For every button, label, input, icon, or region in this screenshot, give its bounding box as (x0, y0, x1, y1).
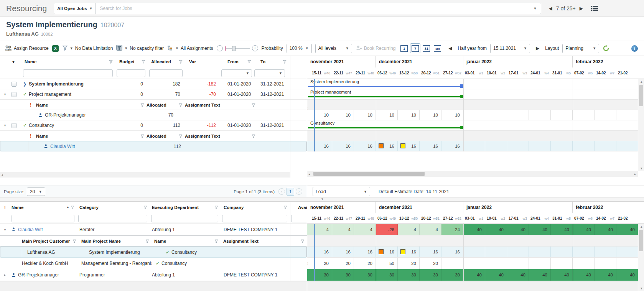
department-filter-input[interactable] (151, 215, 218, 222)
booking-cell[interactable] (616, 247, 638, 257)
search-dropdown-icon[interactable]: ▼ (530, 7, 541, 10)
zoom-slider-handle[interactable] (232, 46, 236, 51)
filter-icon[interactable] (109, 60, 113, 64)
prev-page-button[interactable]: ‹ (278, 188, 285, 195)
booking-cell[interactable] (463, 110, 485, 120)
booking-cell[interactable]: 16 (441, 141, 463, 151)
booking-cell[interactable] (485, 247, 507, 257)
assignment-row[interactable]: Heckler & Koch GmbHManagement Beratung -… (0, 258, 307, 269)
layout-select[interactable]: Planning▼ (562, 44, 599, 53)
name-filter-input[interactable] (23, 69, 113, 77)
category-filter-input[interactable] (78, 215, 147, 222)
view-365-button[interactable]: 365 (432, 43, 443, 53)
booking-cell[interactable]: 20 (354, 258, 376, 269)
booking-cell[interactable]: 10 (376, 110, 398, 120)
booking-cell[interactable]: 16 (398, 141, 420, 151)
gantt-hscrollbar[interactable]: ◂▸ (307, 171, 638, 177)
resource-assignment-row[interactable]: Claudia Witt112 (0, 141, 307, 151)
project-row[interactable]: ▾✓Consultancy0112-11201-01-202031-12-202… (0, 120, 307, 131)
filter-icon[interactable] (179, 60, 183, 64)
from-filter-select[interactable]: ▼ (221, 69, 252, 77)
booking-cell[interactable] (573, 141, 595, 151)
booking-cell[interactable] (507, 247, 529, 257)
company-filter-input[interactable] (222, 215, 287, 222)
filter-icon[interactable] (140, 103, 144, 107)
booking-cell[interactable]: 16 (332, 247, 354, 257)
row-expander-icon[interactable]: ▾ (0, 224, 10, 235)
booking-cell[interactable]: 16 (420, 247, 441, 257)
filter-icon[interactable] (247, 60, 251, 64)
resource-row[interactable]: ▸GR-ProjektmanagerProgrammerAbteilung 1D… (0, 269, 307, 281)
booking-cell[interactable]: 16 (398, 247, 420, 257)
row-expander-icon[interactable]: ▾ (0, 120, 10, 130)
scrollbar-thumb[interactable] (639, 230, 643, 251)
scrollbar-thumb[interactable] (639, 85, 643, 106)
booking-cell[interactable]: 16 (332, 141, 354, 151)
booking-cell[interactable]: 16 (354, 247, 376, 257)
filter-icon[interactable] (179, 103, 183, 107)
assignments-scope[interactable]: ▼ All Assignments (167, 45, 213, 52)
booking-cell[interactable] (463, 247, 485, 257)
filter-icon[interactable] (214, 239, 218, 243)
data-limitation-filter[interactable]: ▼ No Data Limitation (62, 45, 113, 52)
gantt-bar[interactable] (308, 86, 460, 87)
booking-cell[interactable] (507, 141, 529, 151)
period-forward-icon[interactable]: ▶ (534, 46, 542, 51)
gantt-vscrollbar[interactable]: ▴▾ (638, 224, 644, 291)
next-page-button[interactable]: › (296, 188, 302, 195)
next-job-button[interactable]: ▶ (577, 6, 585, 11)
filter-icon[interactable] (283, 206, 287, 209)
booking-cell[interactable]: 16 (376, 141, 398, 151)
booking-cell[interactable] (551, 110, 573, 120)
info-icon[interactable]: i (631, 45, 638, 52)
budget-filter-input[interactable] (117, 69, 145, 77)
resource-assignment-row[interactable]: GR-Projektmanager70 (0, 110, 307, 120)
booking-cell[interactable] (485, 258, 507, 269)
zoom-in-icon[interactable]: + (252, 45, 258, 51)
booking-cell[interactable] (573, 110, 595, 120)
levels-select[interactable]: All levels▼ (315, 44, 352, 53)
prev-job-button[interactable]: ◀ (547, 6, 555, 11)
booking-cell[interactable] (463, 141, 485, 151)
booking-cell[interactable]: 10 (310, 110, 332, 120)
booking-cell[interactable] (573, 258, 595, 269)
filter-icon[interactable] (145, 239, 149, 243)
filter-icon[interactable] (252, 134, 255, 138)
filter-icon[interactable] (179, 134, 183, 138)
project-row[interactable]: ❯System Implementierung0182-18201-01-202… (0, 79, 307, 89)
booking-cell[interactable]: 16 (441, 247, 463, 257)
booking-cell[interactable]: 50 (376, 258, 398, 269)
capacity-filter[interactable]: ▼ No capacity filter (116, 45, 164, 52)
booking-cell[interactable] (529, 258, 551, 269)
row-checkbox[interactable] (12, 92, 16, 97)
availability-filter-input[interactable] (291, 215, 307, 222)
booking-cell[interactable]: 16 (376, 247, 398, 257)
view-1-button[interactable]: 1 (399, 43, 409, 53)
filter-icon[interactable] (143, 206, 147, 209)
project-row[interactable]: ▾✓Project management070-7001-01-202031-1… (0, 89, 307, 100)
booking-cell[interactable] (595, 247, 616, 257)
zoom-slider[interactable] (225, 48, 250, 49)
allocated-filter-input[interactable] (149, 69, 183, 77)
gantt-bar[interactable] (308, 127, 460, 128)
project-grid-hscrollbar[interactable]: ◂ (0, 172, 290, 178)
booking-cell[interactable]: 16 (354, 141, 376, 151)
page-size-select[interactable]: 20▼ (27, 187, 45, 196)
booking-status-yellow-icon[interactable] (400, 249, 405, 254)
row-checkbox[interactable] (12, 82, 16, 87)
booking-cell[interactable]: 16 (310, 247, 332, 257)
row-expander-icon[interactable]: ▸ (0, 269, 10, 281)
booking-cell[interactable] (529, 141, 551, 151)
booking-cell[interactable] (551, 258, 573, 269)
booking-cell[interactable] (485, 110, 507, 120)
page-number-button[interactable]: 1 (287, 188, 294, 196)
booking-cell[interactable]: 20 (310, 258, 332, 269)
booking-cell[interactable]: 10 (441, 110, 463, 120)
filter-icon[interactable] (283, 60, 287, 64)
booking-cell[interactable] (551, 247, 573, 257)
booking-cell[interactable] (529, 110, 551, 120)
booking-cell[interactable] (463, 258, 485, 269)
booking-cell[interactable]: 10 (398, 110, 420, 120)
zoom-out-icon[interactable]: − (217, 45, 223, 51)
assign-resource-button[interactable]: Assign Resource (5, 45, 49, 52)
